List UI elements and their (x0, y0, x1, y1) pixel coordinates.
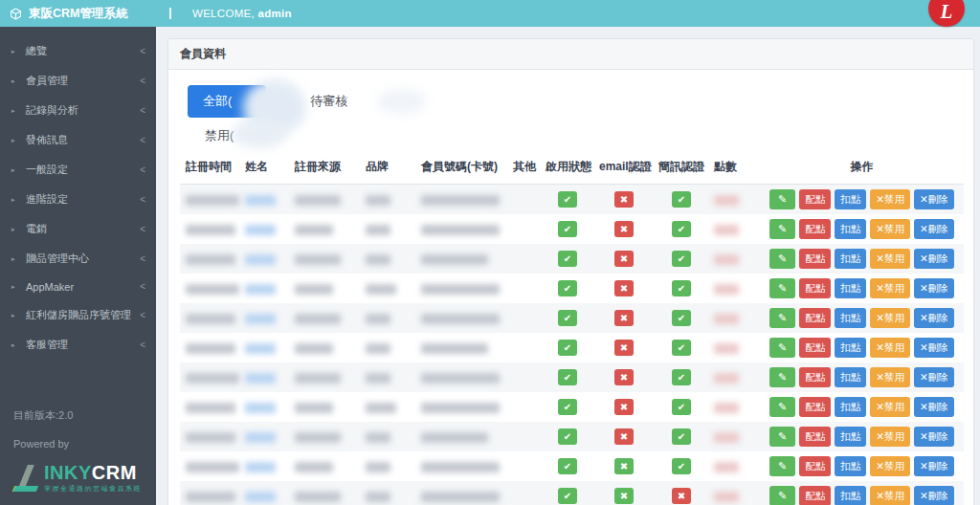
sidebar-item-overview[interactable]: ▸總覽< (0, 36, 156, 66)
assign-points-button[interactable]: 配點 (799, 397, 831, 417)
deduct-points-button[interactable]: 扣點 (835, 189, 866, 209)
edit-button[interactable]: ✎ (769, 249, 795, 269)
disable-button[interactable]: ✕禁用 (870, 486, 910, 505)
delete-button[interactable]: ✕刪除 (914, 308, 954, 328)
edit-button[interactable]: ✎ (769, 278, 795, 298)
member-name-link[interactable] (245, 432, 276, 443)
member-name-link[interactable] (245, 492, 276, 502)
delete-button[interactable]: ✕刪除 (914, 397, 954, 417)
triangle-icon: ▸ (11, 311, 15, 318)
disable-button[interactable]: ✕禁用 (870, 397, 910, 417)
redacted-register-time (186, 403, 235, 413)
sidebar-item-records-analysis[interactable]: ▸記錄與分析< (0, 96, 156, 125)
assign-points-button[interactable]: 配點 (799, 338, 831, 358)
assign-points-button[interactable]: 配點 (799, 308, 831, 328)
assign-points-button[interactable]: 配點 (799, 427, 831, 447)
edit-button[interactable]: ✎ (769, 456, 795, 476)
delete-button[interactable]: ✕刪除 (914, 219, 954, 239)
delete-button[interactable]: ✕刪除 (914, 249, 954, 269)
member-name-link[interactable] (245, 195, 276, 206)
deduct-points-button[interactable]: 扣點 (835, 308, 866, 328)
member-name-link[interactable] (245, 403, 276, 413)
assign-points-button[interactable]: 配點 (799, 456, 831, 476)
sms-verify-badge: ✔ (672, 399, 691, 415)
deduct-points-button[interactable]: 扣點 (835, 249, 866, 269)
sidebar-item-appmaker[interactable]: ▸AppMaker< (0, 274, 156, 300)
delete-button[interactable]: ✕刪除 (914, 456, 954, 476)
tab-pending-review[interactable]: 待審核 (306, 85, 351, 118)
delete-button[interactable]: ✕刪除 (914, 427, 954, 447)
other-cell (507, 214, 540, 244)
assign-points-button[interactable]: 配點 (799, 278, 831, 298)
deduct-points-button[interactable]: 扣點 (835, 219, 866, 239)
other-cell (507, 392, 540, 422)
redacted-brand (366, 284, 396, 295)
delete-button[interactable]: ✕刪除 (914, 367, 954, 387)
delete-button[interactable]: ✕刪除 (914, 486, 954, 505)
edit-button[interactable]: ✎ (769, 427, 795, 447)
sms-verify-badge: ✔ (672, 191, 691, 208)
redacted-register-time (186, 225, 235, 235)
deduct-points-button[interactable]: 扣點 (835, 427, 866, 447)
deduct-points-button[interactable]: 扣點 (835, 278, 866, 298)
edit-button[interactable]: ✎ (769, 367, 795, 387)
delete-button[interactable]: ✕刪除 (914, 338, 954, 358)
assign-points-button[interactable]: 配點 (799, 189, 831, 209)
edit-button[interactable]: ✎ (769, 308, 795, 328)
active-status-badge: ✔ (558, 369, 577, 385)
member-name-link[interactable] (245, 314, 276, 324)
redacted-brand (366, 432, 390, 443)
edit-button[interactable]: ✎ (769, 219, 795, 239)
deduct-points-button[interactable]: 扣點 (835, 397, 866, 417)
edit-button[interactable]: ✎ (769, 397, 795, 417)
sidebar-item-customer-service-management[interactable]: ▸客服管理< (0, 330, 156, 360)
edit-button[interactable]: ✎ (769, 338, 795, 358)
redacted-register-source (295, 195, 341, 206)
menu-toggle-icon[interactable] (169, 8, 171, 19)
disable-button[interactable]: ✕禁用 (870, 427, 910, 447)
deduct-points-button[interactable]: 扣點 (835, 338, 866, 358)
member-name-link[interactable] (245, 462, 276, 472)
disable-button[interactable]: ✕禁用 (870, 367, 910, 387)
disable-button[interactable]: ✕禁用 (870, 189, 910, 209)
member-name-link[interactable] (245, 284, 276, 295)
assign-points-button[interactable]: 配點 (799, 249, 831, 269)
edit-button[interactable]: ✎ (769, 486, 795, 505)
sidebar-item-advanced-settings[interactable]: ▸進階設定< (0, 185, 156, 214)
active-status-badge: ✔ (558, 280, 577, 296)
deduct-points-button[interactable]: 扣點 (835, 456, 866, 476)
sidebar-item-publish-message[interactable]: ▸發佈訊息< (0, 125, 156, 155)
version-text: 目前版本:2.0 (13, 408, 142, 423)
sidebar-item-telemarketing[interactable]: ▸電銷< (0, 214, 156, 244)
disable-button[interactable]: ✕禁用 (870, 249, 910, 269)
sidebar-item-bonus-gift-serial-management[interactable]: ▸紅利儲房贈品序號管理< (0, 300, 156, 330)
member-name-link[interactable] (245, 225, 276, 235)
assign-points-button[interactable]: 配點 (799, 219, 831, 239)
member-name-link[interactable] (245, 254, 276, 265)
member-name-link[interactable] (245, 343, 276, 354)
active-status-badge: ✔ (558, 191, 577, 208)
sidebar-item-member-management[interactable]: ▸會員管理< (0, 66, 156, 96)
disable-button[interactable]: ✕禁用 (870, 308, 910, 328)
assign-points-button[interactable]: 配點 (799, 367, 831, 387)
member-filter-tabs: 全部( 待審核 禁用( (188, 85, 964, 146)
sidebar-item-gift-management-center[interactable]: ▸贈品管理中心< (0, 244, 156, 274)
sidebar-item-label: 電銷 (26, 223, 47, 234)
disable-button[interactable]: ✕禁用 (870, 219, 910, 239)
other-cell (507, 303, 540, 333)
edit-button[interactable]: ✎ (769, 189, 795, 209)
sidebar-item-general-settings[interactable]: ▸一般設定< (0, 155, 156, 185)
delete-button[interactable]: ✕刪除 (914, 189, 954, 209)
disable-button[interactable]: ✕禁用 (870, 456, 910, 476)
redacted-card-number (421, 403, 500, 413)
member-name-link[interactable] (245, 373, 276, 384)
assign-points-button[interactable]: 配點 (799, 486, 831, 505)
deduct-points-button[interactable]: 扣點 (835, 367, 866, 387)
disable-button[interactable]: ✕禁用 (870, 278, 910, 298)
other-cell (507, 274, 540, 303)
disable-button[interactable]: ✕禁用 (870, 338, 910, 358)
deduct-points-button[interactable]: 扣點 (835, 486, 866, 505)
delete-button[interactable]: ✕刪除 (914, 278, 954, 298)
triangle-icon: ▸ (11, 165, 15, 173)
column-header: email認證 (593, 150, 653, 185)
